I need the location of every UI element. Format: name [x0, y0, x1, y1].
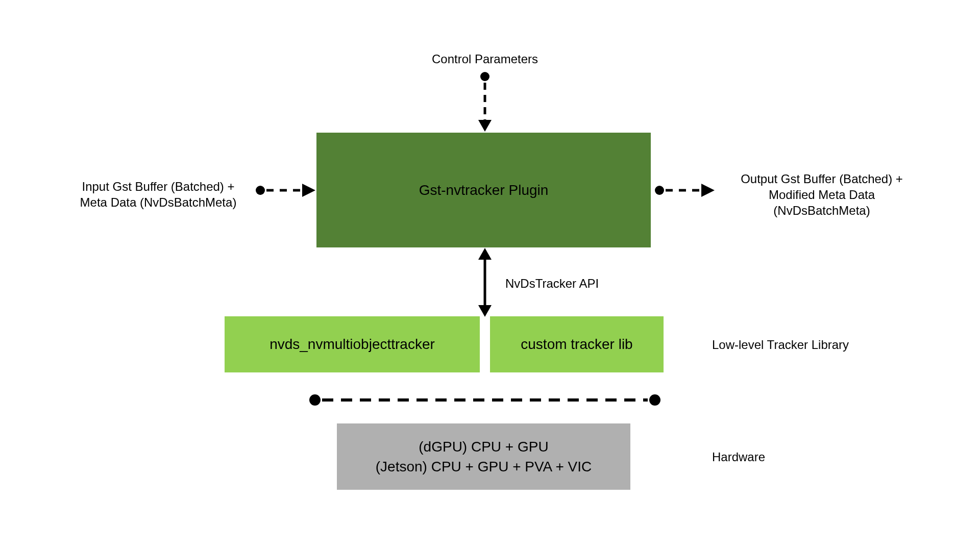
hardware-line2: (Jetson) CPU + GPU + PVA + VIC: [376, 457, 592, 477]
output-label-line3: (NvDsBatchMeta): [773, 204, 870, 217]
divider-line: [309, 395, 661, 405]
output-label-line1: Output Gst Buffer (Batched) +: [741, 172, 903, 186]
api-arrow: [478, 248, 492, 317]
top-arrow: [480, 71, 490, 133]
lib-layer-label: Low-level Tracker Library: [712, 337, 886, 353]
hardware-box: (dGPU) CPU + GPU (Jetson) CPU + GPU + PV…: [337, 423, 630, 490]
control-parameters-label: Control Parameters: [419, 51, 551, 67]
svg-marker-5: [302, 184, 315, 197]
hardware-label: Hardware: [712, 449, 814, 465]
input-label-line2: Meta Data (NvDsBatchMeta): [80, 195, 237, 209]
api-label: NvDsTracker API: [505, 276, 618, 291]
svg-point-6: [655, 186, 664, 195]
plugin-box: Gst-nvtracker Plugin: [316, 133, 651, 247]
lib-box-nvds: nvds_nvmultiobjecttracker: [225, 316, 480, 372]
output-label: Output Gst Buffer (Batched) + Modified M…: [720, 171, 924, 219]
svg-point-14: [649, 394, 660, 406]
input-arrow: [255, 185, 316, 195]
svg-marker-11: [478, 305, 492, 317]
hardware-line1: (dGPU) CPU + GPU: [419, 437, 548, 457]
svg-marker-2: [478, 120, 492, 132]
lib-box-custom: custom tracker lib: [490, 316, 664, 372]
svg-point-0: [480, 72, 489, 81]
architecture-diagram: Control Parameters Input Gst Buffer (Bat…: [0, 0, 980, 551]
input-label-line1: Input Gst Buffer (Batched) +: [82, 180, 234, 193]
svg-point-12: [309, 394, 321, 406]
output-label-line2: Modified Meta Data: [769, 188, 875, 202]
svg-marker-8: [701, 184, 715, 197]
svg-marker-9: [478, 248, 492, 260]
input-label: Input Gst Buffer (Batched) + Meta Data (…: [64, 179, 253, 210]
output-arrow: [654, 185, 716, 195]
svg-point-3: [256, 186, 265, 195]
